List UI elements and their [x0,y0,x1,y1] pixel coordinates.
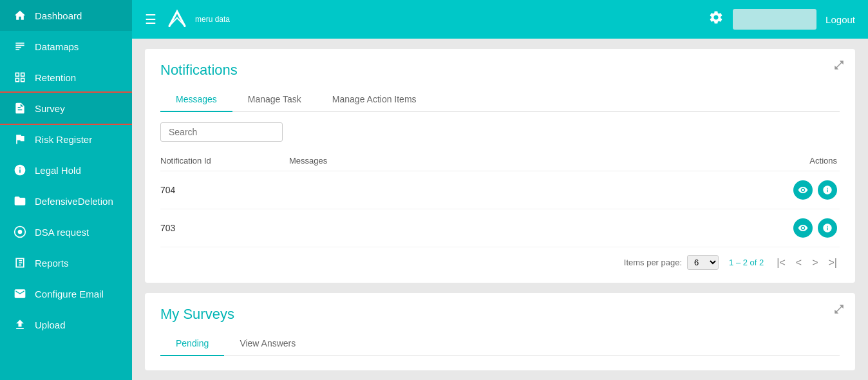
svg-point-1 [18,230,23,234]
hamburger-icon[interactable]: ☰ [145,12,156,27]
reports-icon [13,256,27,270]
notifications-card: Notifications Messages Manage Task Manag… [145,49,855,283]
view-button[interactable] [793,180,813,200]
logo-text: meru data [195,15,230,24]
sidebar-item-retention[interactable]: Retention [0,62,132,93]
sidebar-label-risk-register: Risk Register [35,134,92,145]
home-icon [13,8,27,23]
legal-hold-icon [13,163,27,177]
upload-icon [13,318,27,332]
expand-icon-surveys[interactable] [833,303,845,318]
sidebar-label-datamaps: Datamaps [35,41,79,52]
sidebar-label-dashboard: Dashboard [35,10,82,21]
sidebar-label-defensive-deletion: DefensiveDeletion [35,196,113,207]
tab-pending[interactable]: Pending [160,333,224,356]
notifications-tabs: Messages Manage Task Manage Action Items [160,89,840,112]
risk-register-icon [13,132,27,146]
last-page-button[interactable]: >| [826,256,840,270]
sidebar-item-dsa-request[interactable]: DSA request [0,216,132,247]
column-header-messages: Messages [289,156,775,166]
user-avatar [733,9,816,30]
sidebar-label-dsa-request: DSA request [35,227,89,238]
items-per-page-select[interactable]: 6 10 25 [687,255,719,270]
survey-icon [13,101,27,115]
notifications-title: Notifications [160,62,840,79]
sidebar-item-reports[interactable]: Reports [0,247,132,278]
content-area: Notifications Messages Manage Task Manag… [132,39,868,380]
sidebar-item-survey[interactable]: Survey [0,93,132,124]
expand-icon[interactable] [833,59,845,74]
my-surveys-title: My Surveys [160,306,840,323]
search-input[interactable] [160,122,283,142]
tab-view-answers[interactable]: View Answers [224,333,311,356]
sidebar-item-upload[interactable]: Upload [0,309,132,340]
table-header: Notification Id Messages Actions [160,151,840,171]
tab-manage-action-items[interactable]: Manage Action Items [317,89,432,112]
sidebar: Dashboard Datamaps Retention Survey Risk… [0,0,132,380]
column-header-actions: Actions [775,156,840,166]
next-page-button[interactable]: > [809,256,820,270]
defensive-deletion-icon [13,194,27,208]
sidebar-item-configure-email[interactable]: Configure Email [0,278,132,309]
info-button[interactable] [818,218,837,238]
sidebar-label-configure-email: Configure Email [35,289,104,299]
my-surveys-card: My Surveys Pending View Answers [145,293,855,370]
prev-page-button[interactable]: < [793,256,804,270]
row-notification-id: 704 [160,185,289,195]
row-actions [775,180,840,200]
sidebar-label-legal-hold: Legal Hold [35,165,81,176]
configure-email-icon [13,287,27,301]
tab-messages[interactable]: Messages [160,89,232,112]
info-button[interactable] [818,180,837,200]
sidebar-label-upload: Upload [35,319,66,330]
row-actions [775,218,840,238]
sidebar-label-retention: Retention [35,72,76,83]
view-button[interactable] [793,218,813,238]
sidebar-item-risk-register[interactable]: Risk Register [0,124,132,155]
row-notification-id: 703 [160,223,289,233]
top-header: ☰ meru data Logout [132,0,868,39]
pagination: Items per page: 6 10 25 1 – 2 of 2 |< < … [160,247,840,270]
datamaps-icon [13,39,27,53]
sidebar-item-datamaps[interactable]: Datamaps [0,31,132,62]
sidebar-label-reports: Reports [35,258,69,269]
sidebar-item-defensive-deletion[interactable]: DefensiveDeletion [0,185,132,216]
table-row: 704 [160,171,840,209]
header-right: Logout [708,9,855,30]
items-per-page-label: Items per page: [624,258,682,267]
tab-manage-task[interactable]: Manage Task [232,89,317,112]
gear-icon[interactable] [708,10,724,29]
column-header-notification-id: Notification Id [160,156,289,166]
logout-button[interactable]: Logout [826,14,855,25]
sidebar-item-dashboard[interactable]: Dashboard [0,0,132,31]
header-logo: meru data [164,6,230,32]
first-page-button[interactable]: |< [774,256,788,270]
sidebar-item-legal-hold[interactable]: Legal Hold [0,155,132,185]
page-range: 1 – 2 of 2 [729,258,764,267]
table-row: 703 [160,209,840,247]
my-surveys-tabs: Pending View Answers [160,333,840,356]
retention-icon [13,70,27,84]
main-area: ☰ meru data Logout Notifications [132,0,868,380]
sidebar-label-survey: Survey [35,103,65,114]
dsa-request-icon [13,225,27,239]
